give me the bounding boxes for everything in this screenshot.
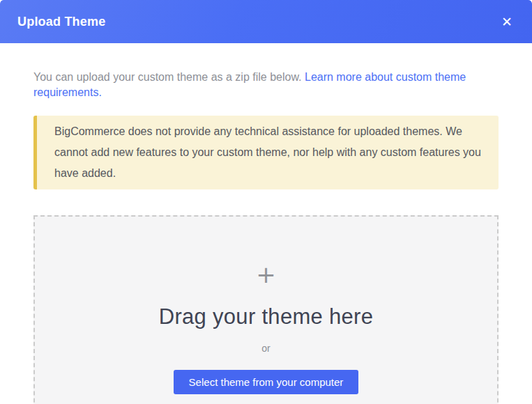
plus-icon: +	[35, 263, 497, 286]
modal-body: You can upload your custom theme as a zi…	[0, 43, 532, 404]
theme-dropzone[interactable]: + Drag your theme here or Select theme f…	[33, 215, 499, 404]
select-theme-button[interactable]: Select theme from your computer	[174, 370, 359, 394]
intro-text-plain: You can upload your custom theme as a zi…	[33, 71, 305, 83]
upload-theme-modal: Upload Theme ✕ You can upload your custo…	[0, 0, 532, 404]
close-icon: ✕	[501, 14, 512, 29]
intro-text: You can upload your custom theme as a zi…	[33, 70, 499, 100]
dropzone-heading: Drag your theme here	[35, 304, 497, 330]
warning-banner: BigCommerce does not provide any technic…	[33, 116, 499, 189]
modal-header: Upload Theme ✕	[0, 0, 532, 43]
warning-text: BigCommerce does not provide any technic…	[54, 125, 481, 179]
close-button[interactable]: ✕	[500, 14, 514, 30]
modal-title: Upload Theme	[17, 15, 105, 29]
or-separator: or	[35, 343, 497, 354]
